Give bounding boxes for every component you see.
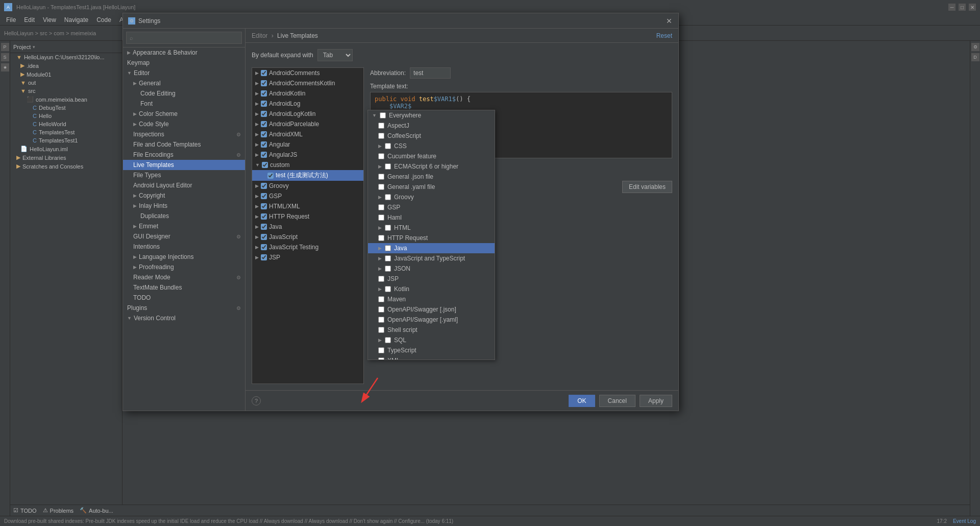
tpl-group-jsp[interactable]: ▶ JSP — [252, 252, 363, 262]
ctx-checkbox[interactable] — [378, 357, 384, 360]
ctx-http-request[interactable]: HTTP Request — [368, 233, 495, 243]
expand-with-select[interactable]: Tab Enter Space — [317, 49, 353, 61]
tpl-checkbox[interactable] — [262, 162, 268, 168]
tpl-item-checkbox[interactable] — [267, 173, 274, 179]
ctx-checkbox[interactable] — [385, 337, 391, 343]
tree-item-iml[interactable]: 📄 HelloLiayun.iml — [10, 145, 122, 153]
tpl-group-androidlogkotlin[interactable]: ▶ AndroidLogKotlin — [252, 109, 363, 119]
ctx-checkbox[interactable] — [378, 133, 384, 139]
ctx-js-typescript[interactable]: ▶ JavaScript and TypeScript — [368, 253, 495, 264]
tree-item-out[interactable]: ▼ out — [10, 79, 122, 87]
tpl-checkbox[interactable] — [261, 213, 267, 220]
ctx-checkbox[interactable] — [378, 123, 384, 129]
nav-file-types[interactable]: File Types — [123, 170, 245, 180]
tpl-group-httprequest[interactable]: ▶ HTTP Request — [252, 211, 363, 222]
nav-duplicates[interactable]: Duplicates — [123, 211, 245, 221]
sidebar-structure-icon[interactable]: S — [1, 53, 9, 61]
ctx-checkbox[interactable] — [385, 245, 391, 251]
nav-code-style[interactable]: ▶ Code Style — [123, 119, 245, 129]
sidebar-project-icon[interactable]: P — [1, 43, 9, 51]
nav-android-layout-editor[interactable]: Android Layout Editor — [123, 180, 245, 190]
nav-reader-mode[interactable]: Reader Mode ⚙ — [123, 272, 245, 282]
todo-button[interactable]: ☑ TODO — [13, 507, 37, 514]
ctx-css[interactable]: ▶ CSS — [368, 141, 495, 151]
right-icon-2[interactable]: D — [971, 53, 979, 61]
menu-edit[interactable]: Edit — [20, 16, 39, 23]
tpl-checkbox[interactable] — [261, 121, 267, 127]
ctx-everywhere[interactable]: ▼ Everywhere — [368, 110, 495, 121]
ctx-checkbox[interactable] — [378, 306, 384, 313]
sidebar-favorites-icon[interactable]: ★ — [1, 63, 9, 71]
tree-item-module[interactable]: ▶ Module01 — [10, 70, 122, 79]
menu-view[interactable]: View — [39, 16, 60, 23]
nav-proofreading[interactable]: ▶ Proofreading — [123, 262, 245, 272]
ctx-checkbox[interactable] — [385, 266, 391, 272]
nav-todo[interactable]: TODO — [123, 293, 245, 303]
ctx-checkbox[interactable] — [385, 225, 391, 231]
dialog-close-button[interactable]: ✕ — [665, 17, 673, 25]
nav-plugins[interactable]: Plugins ⚙ — [123, 303, 245, 313]
ctx-checkbox[interactable] — [385, 163, 391, 170]
tpl-group-angular[interactable]: ▶ Angular — [252, 139, 363, 150]
tpl-group-custom[interactable]: ▼ custom — [252, 160, 363, 170]
tpl-group-androidcommentskotlin[interactable]: ▶ AndroidCommentsKotlin — [252, 78, 363, 88]
ctx-checkbox[interactable] — [378, 153, 384, 159]
ctx-checkbox[interactable] — [378, 174, 384, 180]
tpl-item-test[interactable]: test (生成测试方法) — [252, 170, 363, 181]
tpl-group-htmlxml[interactable]: ▶ HTML/XML — [252, 201, 363, 211]
auto-build-button[interactable]: 🔨 Auto-bu... — [80, 507, 113, 514]
tree-item-scratches[interactable]: ▶ Scratches and Consoles — [10, 162, 122, 171]
nav-appearance-behavior[interactable]: ▶ Appearance & Behavior — [123, 47, 245, 58]
tpl-checkbox[interactable] — [261, 193, 267, 199]
tpl-checkbox[interactable] — [261, 70, 267, 76]
ctx-checkbox[interactable] — [378, 214, 384, 221]
nav-emmet[interactable]: ▶ Emmet — [123, 221, 245, 231]
tpl-checkbox[interactable] — [261, 141, 267, 148]
tree-item-hello[interactable]: C Hello — [10, 112, 122, 120]
nav-file-code-templates[interactable]: File and Code Templates — [123, 139, 245, 150]
maximize-button[interactable]: □ — [959, 4, 966, 11]
minimize-button[interactable]: ─ — [948, 4, 955, 11]
abbreviation-input[interactable] — [410, 67, 451, 79]
ctx-checkbox[interactable] — [385, 194, 391, 200]
nav-font[interactable]: Font — [123, 99, 245, 109]
ctx-checkbox[interactable] — [380, 112, 386, 118]
tpl-checkbox[interactable] — [261, 244, 267, 250]
ctx-jsp[interactable]: JSP — [368, 274, 495, 284]
ctx-checkbox[interactable] — [385, 255, 391, 261]
help-button[interactable]: ? — [252, 396, 261, 405]
menu-file[interactable]: File — [2, 16, 20, 23]
project-dropdown-icon[interactable]: ▾ — [33, 44, 35, 50]
problems-button[interactable]: ⚠ Problems — [43, 507, 74, 514]
nav-live-templates[interactable]: Live Templates — [123, 160, 245, 170]
nav-inspections[interactable]: Inspections ⚙ — [123, 129, 245, 139]
tree-item-src[interactable]: ▼ src — [10, 87, 122, 95]
nav-keymap[interactable]: Keymap — [123, 58, 245, 68]
tpl-group-java[interactable]: ▶ Java — [252, 222, 363, 232]
ctx-json[interactable]: ▶ JSON — [368, 264, 495, 274]
tpl-checkbox[interactable] — [261, 131, 267, 137]
tpl-group-jstesting[interactable]: ▶ JavaScript Testing — [252, 242, 363, 252]
tpl-checkbox[interactable] — [261, 254, 267, 260]
ctx-checkbox[interactable] — [378, 276, 384, 282]
ctx-ecmascript6[interactable]: ▶ ECMAScript 6 or higher — [368, 161, 495, 172]
ctx-sql[interactable]: ▶ SQL — [368, 335, 495, 345]
ctx-shell[interactable]: Shell script — [368, 325, 495, 335]
ok-button[interactable]: OK — [569, 395, 595, 407]
tpl-checkbox[interactable] — [261, 90, 267, 97]
ctx-checkbox[interactable] — [378, 347, 384, 353]
tree-item-helloworld[interactable]: C HelloWorld — [10, 120, 122, 128]
tree-item-debugtest[interactable]: C DebugTest — [10, 104, 122, 112]
ctx-openapi-json[interactable]: OpenAPI/Swagger [.json] — [368, 304, 495, 315]
tpl-checkbox[interactable] — [261, 80, 267, 86]
nav-general[interactable]: ▶ General — [123, 78, 245, 88]
tpl-checkbox[interactable] — [261, 234, 267, 240]
ctx-maven[interactable]: Maven — [368, 294, 495, 304]
ctx-checkbox[interactable] — [378, 317, 384, 323]
edit-variables-button[interactable]: Edit variables — [622, 181, 672, 193]
nav-textmate-bundles[interactable]: TextMate Bundles — [123, 282, 245, 293]
ctx-checkbox[interactable] — [378, 235, 384, 241]
tpl-group-androidxml[interactable]: ▶ AndroidXML — [252, 129, 363, 139]
tpl-group-androidparcelable[interactable]: ▶ AndroidParcelable — [252, 119, 363, 129]
nav-language-injections[interactable]: ▶ Language Injections — [123, 252, 245, 262]
